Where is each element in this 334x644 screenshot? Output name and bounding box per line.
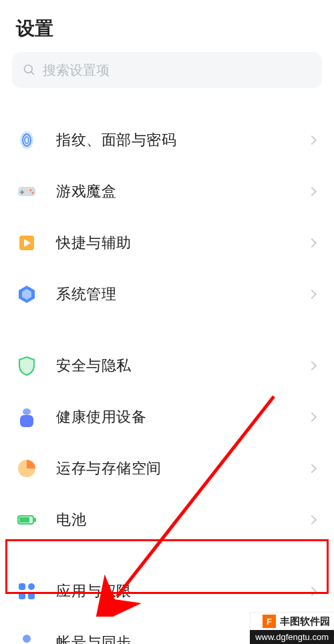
list-item-system-manage[interactable]: 系统管理 [0,268,334,320]
chevron-right-icon [307,360,317,370]
svg-line-1 [31,72,34,75]
battery-icon [15,508,39,532]
list-item-label: 系统管理 [56,284,309,304]
list-item-label: 系统导航 [56,97,309,99]
storage-icon [15,456,39,480]
watermark: F 丰图软件园 www.dgfengtu.com [250,612,334,644]
svg-point-26 [23,635,31,643]
watermark-name: 丰图软件园 [280,615,330,628]
svg-rect-17 [20,415,33,427]
chevron-right-icon [307,515,317,524]
svg-rect-25 [28,593,35,599]
list-item-label: 游戏魔盒 [56,182,309,202]
list-item-apps-permissions[interactable]: 应用与权限 [0,565,334,617]
account-icon [15,631,39,645]
svg-rect-16 [23,408,31,415]
list-item-gamebox[interactable]: 游戏魔盒 [0,166,334,217]
section-gap [0,320,334,340]
list-item-security[interactable]: 安全与隐私 [0,340,334,391]
apps-icon [15,579,39,603]
shortcut-icon [15,231,39,255]
svg-rect-20 [34,518,36,522]
list-item-label: 健康使用设备 [56,407,309,427]
svg-point-12 [31,192,33,194]
watermark-url: www.dgfengtu.com [250,630,334,644]
list-item-system-nav[interactable]: 系统导航 [0,97,334,114]
shield-icon [15,354,39,378]
fingerprint-icon [15,128,39,152]
list-item-battery[interactable]: 电池 [0,494,334,545]
chevron-right-icon [307,186,317,196]
health-icon [15,405,39,429]
svg-point-0 [25,65,33,73]
list-item-label: 运存与存储空间 [56,458,309,478]
watermark-logo-icon: F [263,615,276,628]
svg-rect-22 [19,583,25,590]
list-item-label: 电池 [56,510,309,530]
list-item-fingerprint[interactable]: 指纹、面部与密码 [0,114,334,166]
list-item-label: 快捷与辅助 [56,233,309,253]
list-item-health[interactable]: 健康使用设备 [0,391,334,442]
svg-rect-21 [19,517,29,523]
search-input[interactable]: 搜索设置项 [12,52,322,88]
svg-rect-10 [20,192,24,193]
svg-rect-24 [19,593,25,599]
list-item-label: 应用与权限 [56,581,309,601]
nav-icon [15,97,39,101]
page-title: 设置 [0,0,334,52]
svg-point-11 [29,189,31,191]
chevron-right-icon [307,586,317,595]
list-item-shortcut[interactable]: 快捷与辅助 [0,217,334,268]
search-placeholder: 搜索设置项 [43,61,110,79]
system-icon [15,282,39,306]
section-gap [0,545,334,565]
chevron-right-icon [307,412,317,421]
chevron-right-icon [307,289,317,298]
svg-point-23 [28,583,35,590]
chevron-right-icon [307,135,317,144]
gamepad-icon [15,180,39,204]
list-item-storage[interactable]: 运存与存储空间 [0,442,334,494]
chevron-right-icon [307,463,317,472]
list-item-label: 指纹、面部与密码 [56,130,309,150]
search-icon [23,63,36,77]
settings-list: 系统导航 指纹、面部与密码 游戏魔盒 快捷与辅助 [0,97,334,644]
list-item-label: 安全与隐私 [56,356,309,376]
search-container: 搜索设置项 [12,52,322,88]
chevron-right-icon [307,238,317,247]
